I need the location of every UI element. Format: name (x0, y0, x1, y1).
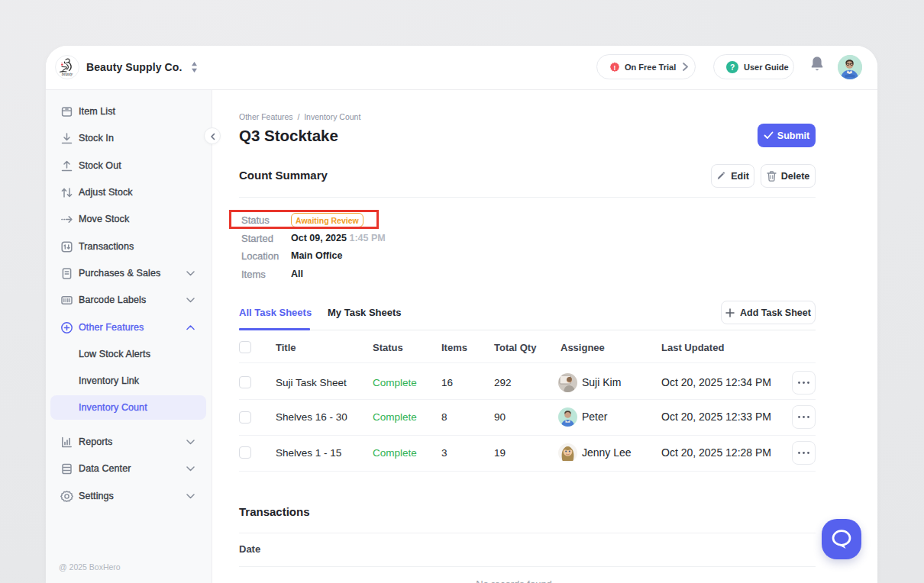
svg-text:!: ! (614, 63, 616, 71)
svg-text:?: ? (730, 63, 735, 72)
svg-text:beauty: beauty (62, 72, 73, 76)
